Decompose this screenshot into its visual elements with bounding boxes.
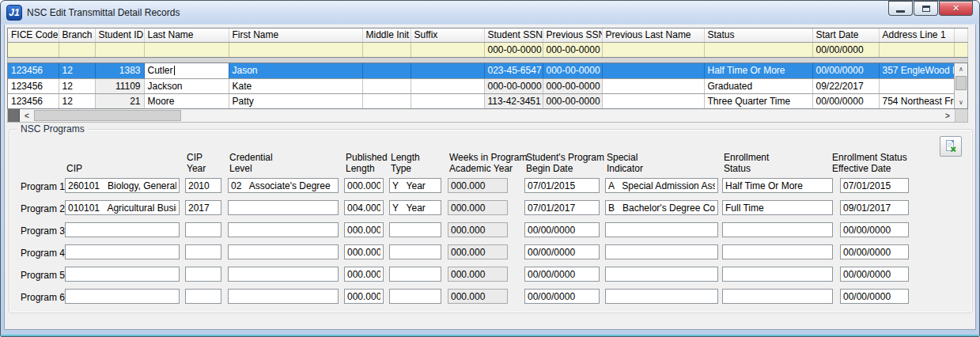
grid-cell[interactable]: 000-00-0000 bbox=[543, 63, 602, 78]
program-special-indicator-input[interactable] bbox=[605, 244, 718, 259]
program-published-length-input[interactable] bbox=[344, 267, 384, 282]
program-enrollment-status-input[interactable] bbox=[722, 244, 833, 259]
program-begin-date-input[interactable] bbox=[524, 222, 600, 237]
program-credential-level-input[interactable] bbox=[228, 200, 339, 215]
filter-cell[interactable] bbox=[229, 42, 362, 57]
grid-row[interactable]: 1234561221MoorePatty113-42-3451000-00-00… bbox=[8, 93, 954, 108]
column-header[interactable]: Previous Last Name bbox=[602, 28, 704, 42]
program-credential-level-input[interactable] bbox=[228, 267, 339, 282]
program-special-indicator-input[interactable] bbox=[605, 200, 718, 215]
program-begin-date-input[interactable] bbox=[524, 200, 600, 215]
program-cip-input[interactable] bbox=[65, 178, 180, 193]
grid-cell[interactable] bbox=[411, 63, 484, 78]
horizontal-scrollbar[interactable]: < > bbox=[7, 109, 968, 123]
program-effective-date-input[interactable] bbox=[840, 178, 909, 193]
grid-row[interactable]: 1234561211109JacksonKate000-00-0000000-0… bbox=[8, 78, 954, 93]
column-header[interactable]: First Name bbox=[229, 28, 362, 42]
program-begin-date-input[interactable] bbox=[524, 244, 600, 259]
filter-cell[interactable] bbox=[8, 42, 59, 57]
horizontal-scroll-track[interactable] bbox=[34, 109, 940, 122]
program-length-type-input[interactable] bbox=[389, 178, 441, 193]
grid-cell[interactable]: 000-00-0000 bbox=[543, 93, 602, 108]
grid-cell[interactable]: Jason bbox=[229, 63, 362, 78]
horizontal-scroll-thumb[interactable] bbox=[34, 110, 181, 121]
filter-cell[interactable] bbox=[59, 42, 95, 57]
minimize-button[interactable] bbox=[888, 1, 913, 16]
maximize-button[interactable] bbox=[914, 1, 938, 16]
grid-cell[interactable] bbox=[602, 93, 704, 108]
program-length-type-input[interactable] bbox=[389, 244, 441, 259]
program-cip-year-input[interactable] bbox=[185, 267, 221, 282]
filter-cell[interactable] bbox=[879, 42, 954, 57]
program-begin-date-input[interactable] bbox=[524, 267, 600, 282]
grid-cell[interactable]: Kate bbox=[229, 78, 362, 93]
grid-cell[interactable] bbox=[602, 63, 704, 78]
grid-cell[interactable]: 123456 bbox=[8, 78, 59, 93]
grid-cell[interactable]: 754 Northeast Fredrick bbox=[879, 93, 954, 108]
filter-cell[interactable] bbox=[602, 42, 704, 57]
program-credential-level-input[interactable] bbox=[228, 289, 339, 304]
program-effective-date-input[interactable] bbox=[840, 289, 909, 304]
grid-cell[interactable]: Graduated bbox=[704, 78, 812, 93]
program-enrollment-status-input[interactable] bbox=[722, 222, 833, 237]
scroll-up-icon[interactable]: ∧ bbox=[955, 63, 967, 75]
program-length-type-input[interactable] bbox=[389, 222, 441, 237]
column-header[interactable]: Status bbox=[704, 28, 812, 42]
grid-cell-editor[interactable]: Cutler bbox=[144, 63, 229, 78]
grid-cell[interactable]: 357 EngleWood Ln. bbox=[879, 63, 954, 78]
program-credential-level-input[interactable] bbox=[228, 178, 339, 193]
column-header[interactable]: Start Date bbox=[812, 28, 879, 42]
grid-cell[interactable]: 000-00-0000 bbox=[543, 78, 602, 93]
grid-cell[interactable]: Jackson bbox=[144, 78, 229, 93]
program-published-length-input[interactable] bbox=[344, 222, 384, 237]
grid-splitter-box[interactable] bbox=[8, 109, 20, 122]
grid-cell[interactable]: 023-45-6547 bbox=[484, 63, 543, 78]
program-length-type-input[interactable] bbox=[389, 267, 441, 282]
grid-cell[interactable]: 1383 bbox=[95, 63, 144, 78]
grid-cell[interactable] bbox=[362, 93, 411, 108]
program-cip-input[interactable] bbox=[65, 200, 180, 215]
grid-row[interactable]: 123456121383CutlerJason023-45-6547000-00… bbox=[8, 63, 954, 78]
grid-cell[interactable] bbox=[411, 78, 484, 93]
program-length-type-input[interactable] bbox=[389, 289, 441, 304]
scroll-down-icon[interactable]: ∨ bbox=[955, 97, 967, 108]
grid-cell[interactable] bbox=[879, 78, 954, 93]
program-published-length-input[interactable] bbox=[344, 178, 384, 193]
grid-cell[interactable]: 123456 bbox=[8, 93, 59, 108]
grid-cell[interactable]: 000-00-0000 bbox=[484, 78, 543, 93]
program-cip-year-input[interactable] bbox=[185, 244, 221, 259]
program-effective-date-input[interactable] bbox=[840, 200, 909, 215]
filter-cell[interactable] bbox=[362, 42, 411, 57]
program-cip-input[interactable] bbox=[65, 222, 180, 237]
filter-cell[interactable]: 000-00-0000 bbox=[484, 42, 543, 57]
program-cip-input[interactable] bbox=[65, 289, 180, 304]
filter-cell[interactable] bbox=[144, 42, 229, 57]
program-enrollment-status-input[interactable] bbox=[722, 289, 833, 304]
program-credential-level-input[interactable] bbox=[228, 222, 339, 237]
filter-cell[interactable] bbox=[411, 42, 484, 57]
program-effective-date-input[interactable] bbox=[840, 222, 909, 237]
filter-cell[interactable] bbox=[704, 42, 812, 57]
program-credential-level-input[interactable] bbox=[228, 244, 339, 259]
scroll-right-icon[interactable]: > bbox=[940, 109, 955, 122]
grid-cell[interactable]: 12 bbox=[59, 93, 95, 108]
grid-cell[interactable]: 12 bbox=[59, 63, 95, 78]
program-enrollment-status-input[interactable] bbox=[722, 200, 833, 215]
column-header[interactable]: Address Line 1 bbox=[879, 28, 954, 42]
close-button[interactable]: ✕ bbox=[939, 1, 973, 16]
grid-cell[interactable]: 113-42-3451 bbox=[484, 93, 543, 108]
grid-cell[interactable]: 11109 bbox=[95, 78, 144, 93]
vertical-scroll-thumb[interactable] bbox=[955, 76, 967, 90]
column-header[interactable]: Branch bbox=[59, 28, 95, 42]
program-cip-input[interactable] bbox=[65, 244, 180, 259]
column-header[interactable]: FICE Code bbox=[8, 28, 59, 42]
column-header[interactable]: Student SSN bbox=[484, 28, 543, 42]
program-published-length-input[interactable] bbox=[344, 200, 384, 215]
grid-cell[interactable]: 21 bbox=[95, 93, 144, 108]
grid-cell[interactable]: Patty bbox=[229, 93, 362, 108]
program-special-indicator-input[interactable] bbox=[605, 178, 718, 193]
program-length-type-input[interactable] bbox=[389, 200, 441, 215]
grid-cell[interactable]: 12 bbox=[59, 78, 95, 93]
grid-cell[interactable] bbox=[362, 63, 411, 78]
program-cip-year-input[interactable] bbox=[185, 289, 221, 304]
